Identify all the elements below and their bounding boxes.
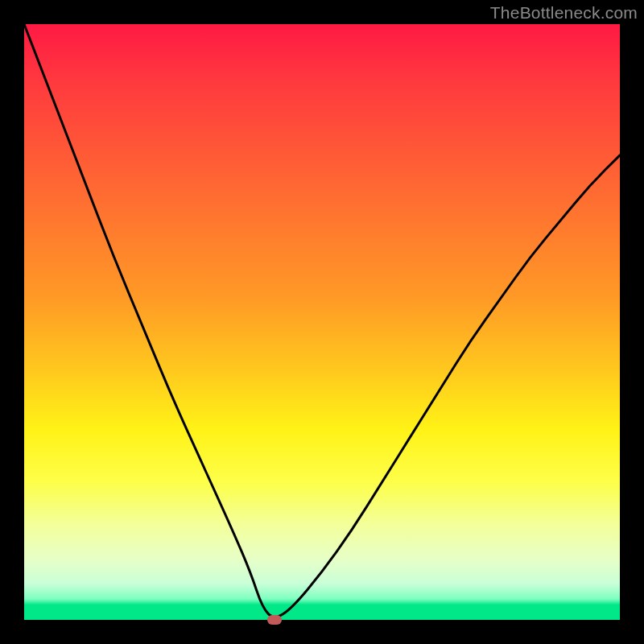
plot-area bbox=[24, 24, 620, 620]
chart-frame: TheBottleneck.com bbox=[0, 0, 644, 644]
optimum-marker bbox=[267, 615, 282, 625]
watermark-label: TheBottleneck.com bbox=[490, 3, 638, 23]
bottleneck-curve bbox=[24, 24, 620, 620]
